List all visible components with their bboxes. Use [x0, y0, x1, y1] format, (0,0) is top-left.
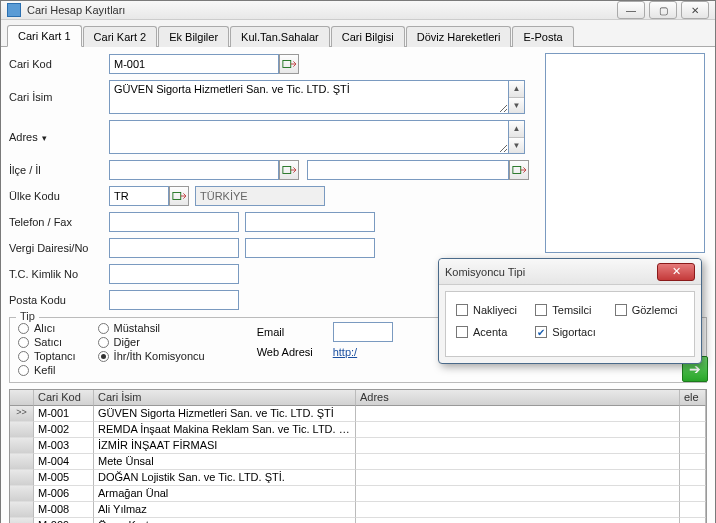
row-selector[interactable]	[10, 406, 34, 422]
input-vergi-no[interactable]	[245, 238, 375, 258]
checkbox-box-icon	[456, 326, 468, 338]
spin-up-icon[interactable]: ▲	[509, 121, 524, 138]
tab-kul-tan-sahalar[interactable]: Kul.Tan.Sahalar	[230, 26, 330, 47]
lookup-il-button[interactable]	[509, 160, 529, 180]
cell-ele	[680, 518, 706, 523]
radio-label: Alıcı	[34, 322, 55, 334]
row-selector[interactable]	[10, 486, 34, 502]
checkbox-nakliyeci[interactable]: Nakliyeci	[456, 304, 525, 316]
tabstrip: Cari Kart 1 Cari Kart 2 Ek Bilgiler Kul.…	[1, 20, 715, 47]
radio-al-c-[interactable]: Alıcı	[18, 322, 76, 334]
input-telefon[interactable]	[109, 212, 239, 232]
tab-cari-kart-1[interactable]: Cari Kart 1	[7, 25, 82, 47]
checkbox-label: Gözlemci	[632, 304, 678, 316]
cell-cari-kod: M-005	[34, 470, 94, 486]
input-adres[interactable]	[109, 120, 509, 154]
input-tc-kimlik[interactable]	[109, 264, 239, 284]
checkbox-box-icon	[535, 326, 547, 338]
input-email[interactable]	[333, 322, 393, 342]
cell-adres	[356, 470, 680, 486]
row-selector[interactable]	[10, 518, 34, 523]
lookup-ilce-button[interactable]	[279, 160, 299, 180]
input-il[interactable]	[307, 160, 509, 180]
cell-adres	[356, 406, 680, 422]
checkbox-sigortacı[interactable]: Sigortacı	[535, 326, 604, 338]
close-button[interactable]: ✕	[681, 1, 709, 19]
cell-ele	[680, 438, 706, 454]
input-ulke-kodu[interactable]	[109, 186, 169, 206]
lookup-ulke-button[interactable]	[169, 186, 189, 206]
input-cari-kod[interactable]	[109, 54, 279, 74]
app-icon	[7, 3, 21, 17]
cell-ele	[680, 422, 706, 438]
tab-cari-kart-2[interactable]: Cari Kart 2	[83, 26, 158, 47]
radio-sat-c-[interactable]: Satıcı	[18, 336, 76, 348]
cell-adres	[356, 518, 680, 523]
input-fax[interactable]	[245, 212, 375, 232]
tab-ek-bilgiler[interactable]: Ek Bilgiler	[158, 26, 229, 47]
popup-komisyoncu-tipi: Komisyoncu Tipi ✕ NakliyeciTemsilciGözle…	[438, 258, 702, 364]
radio-di-er[interactable]: Diğer	[98, 336, 205, 348]
tab-cari-bilgisi[interactable]: Cari Bilgisi	[331, 26, 405, 47]
cell-cari-kod: M-003	[34, 438, 94, 454]
table-row[interactable]: M-006Armağan Ünal	[10, 486, 706, 502]
label-web-adresi: Web Adresi	[257, 346, 325, 358]
row-selector[interactable]	[10, 422, 34, 438]
row-selector[interactable]	[10, 470, 34, 486]
cell-cari-isim: İZMİR İNŞAAT FİRMASI	[94, 438, 356, 454]
row-selector[interactable]	[10, 438, 34, 454]
spin-down-icon[interactable]: ▼	[509, 98, 524, 114]
svg-rect-1	[283, 167, 291, 174]
input-posta-kodu[interactable]	[109, 290, 239, 310]
radio-i-hr-i-th-komisyoncu[interactable]: İhr/İth Komisyoncu	[98, 350, 205, 362]
input-ilce[interactable]	[109, 160, 279, 180]
spin-down-icon[interactable]: ▼	[509, 138, 524, 154]
minimize-button[interactable]: —	[617, 1, 645, 19]
spin-up-icon[interactable]: ▲	[509, 81, 524, 98]
radio-label: Toptancı	[34, 350, 76, 362]
row-selector[interactable]	[10, 502, 34, 518]
radio-label: İhr/İth Komisyoncu	[114, 350, 205, 362]
checkbox-label: Acenta	[473, 326, 507, 338]
checkbox-gözlemci[interactable]: Gözlemci	[615, 304, 684, 316]
maximize-button[interactable]: ▢	[649, 1, 677, 19]
grid-header-adres[interactable]: Adres	[356, 390, 680, 406]
label-adres[interactable]: Adres ▾	[9, 131, 109, 143]
grid-header-cari-kod[interactable]: Cari Kod	[34, 390, 94, 406]
cell-cari-isim: Mete Ünsal	[94, 454, 356, 470]
table-row[interactable]: M-003İZMİR İNŞAAT FİRMASI	[10, 438, 706, 454]
radio-label: Satıcı	[34, 336, 62, 348]
grid-header-cari-isim[interactable]: Cari İsim	[94, 390, 356, 406]
cell-adres	[356, 486, 680, 502]
radio-kefil[interactable]: Kefil	[18, 364, 76, 376]
table-row[interactable]: M-005DOĞAN Lojistik San. ve Tic. LTD. ŞT…	[10, 470, 706, 486]
table-row[interactable]: M-009Ömer Kurt	[10, 518, 706, 523]
input-cari-isim[interactable]: GÜVEN Sigorta Hizmetleri San. ve Tic. LT…	[109, 80, 509, 114]
popup-close-button[interactable]: ✕	[657, 263, 695, 281]
table-row[interactable]: M-008Ali Yılmaz	[10, 502, 706, 518]
checkbox-acenta[interactable]: Acenta	[456, 326, 525, 338]
cell-cari-isim: REMDA İnşaat Makina Reklam San. ve Tic. …	[94, 422, 356, 438]
radio-m-stahsil[interactable]: Müstahsil	[98, 322, 205, 334]
radio-dot-icon	[18, 365, 29, 376]
cell-cari-isim: Ömer Kurt	[94, 518, 356, 523]
checkbox-label: Sigortacı	[552, 326, 595, 338]
tab-e-posta[interactable]: E-Posta	[512, 26, 573, 47]
grid-header-ele[interactable]: ele	[680, 390, 706, 406]
lookup-cari-kod-button[interactable]	[279, 54, 299, 74]
svg-rect-2	[513, 167, 521, 174]
table-row[interactable]: M-001GÜVEN Sigorta Hizmetleri San. ve Ti…	[10, 406, 706, 422]
cell-adres	[356, 438, 680, 454]
input-vergi-dairesi[interactable]	[109, 238, 239, 258]
radio-dot-icon	[18, 351, 29, 362]
tab-doviz-hareketleri[interactable]: Döviz Hareketleri	[406, 26, 512, 47]
popup-title: Komisyoncu Tipi	[445, 266, 657, 278]
radio-toptanc-[interactable]: Toptancı	[18, 350, 76, 362]
checkbox-temsilci[interactable]: Temsilci	[535, 304, 604, 316]
table-row[interactable]: M-002REMDA İnşaat Makina Reklam San. ve …	[10, 422, 706, 438]
link-http[interactable]: http:/	[333, 346, 357, 358]
row-selector[interactable]	[10, 454, 34, 470]
radio-dot-icon	[98, 351, 109, 362]
table-row[interactable]: M-004Mete Ünsal	[10, 454, 706, 470]
notes-pane[interactable]	[545, 53, 705, 253]
